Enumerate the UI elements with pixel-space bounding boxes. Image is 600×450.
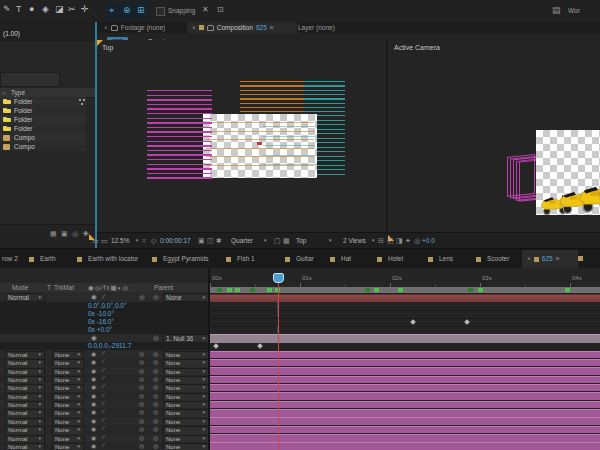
quality-icon[interactable]: ∕ xyxy=(103,417,104,423)
timeline-layer-row[interactable]: Normal▼None▼◉∕◎◎None▼ xyxy=(0,350,208,358)
mode-column-header[interactable]: Mode xyxy=(12,284,28,292)
motion-blur-icon[interactable]: ◎ xyxy=(139,383,144,390)
project-footer-folder-icon[interactable]: ▣ xyxy=(61,230,68,238)
quality-icon[interactable]: ∕ xyxy=(103,367,104,373)
share-view-icon[interactable]: ⊟ xyxy=(378,237,384,245)
timeline-layer-row[interactable]: Normal▼ ◉ ∕ ◎ ◎ None▼ xyxy=(0,292,208,302)
lock-icon[interactable] xyxy=(111,25,118,31)
timeline-layer-row[interactable]: Normal▼None▼◉∕◎◎None▼ xyxy=(0,375,208,383)
quality-icon[interactable]: ∕ xyxy=(103,434,104,440)
3d-layer-icon[interactable]: ◎ xyxy=(153,442,158,449)
tab-layer-label[interactable]: Layer (none) xyxy=(298,24,335,32)
layer-bar-magenta[interactable] xyxy=(210,401,600,409)
eraser-tool-icon[interactable]: ◪ xyxy=(55,4,64,14)
workspace-label[interactable]: Wor xyxy=(568,7,580,15)
motion-blur-icon[interactable]: ◎ xyxy=(139,442,144,449)
motion-blur-icon[interactable]: ◎ xyxy=(139,350,144,357)
tab-comp-lens[interactable]: Lens xyxy=(439,255,453,262)
tab-composition[interactable]: × Composition 625 ≡ xyxy=(187,22,297,33)
3d-layer-icon[interactable]: ◎ xyxy=(153,392,158,399)
transparency-grid-icon[interactable]: ▩ xyxy=(283,237,290,245)
eye-icon[interactable]: ◉ xyxy=(91,358,96,365)
flowchart-icon[interactable] xyxy=(79,99,81,101)
timeline-layer-row[interactable]: Normal▼None▼◉∕◎◎None▼ xyxy=(0,425,208,433)
type-column-header[interactable]: Type xyxy=(11,89,25,97)
eye-icon[interactable]: ◉ xyxy=(91,334,97,342)
layer-bar-magenta[interactable] xyxy=(210,351,600,359)
close-icon[interactable]: × xyxy=(104,24,108,32)
motion-blur-icon[interactable]: ◎ xyxy=(139,293,145,301)
layer-bar-magenta[interactable] xyxy=(210,442,600,450)
timeline-layer-row[interactable]: Normal▼None▼◉∕◎◎None▼ xyxy=(0,400,208,408)
project-search-field[interactable] xyxy=(0,72,60,87)
eye-icon[interactable]: ◉ xyxy=(91,350,96,357)
eye-icon[interactable]: ◉ xyxy=(91,383,96,390)
project-footer-comp-icon[interactable]: ◎ xyxy=(72,230,78,238)
playhead-line[interactable] xyxy=(278,283,279,450)
ruler-icon[interactable]: ⌗ xyxy=(142,237,146,245)
quality-icon[interactable]: ∕ xyxy=(103,293,104,301)
timeline-layer-row[interactable]: Normal▼None▼◉∕◎◎None▼ xyxy=(0,358,208,366)
text-tool-icon[interactable]: T xyxy=(16,4,22,14)
tab-comp-guitar[interactable]: Guitar xyxy=(296,255,314,262)
eye-icon[interactable]: ◉ xyxy=(91,293,97,301)
timeline-layer-row[interactable]: Normal▼None▼◉∕◎◎None▼ xyxy=(0,442,208,450)
position-value[interactable]: 0.0,0.0,-2911.7 xyxy=(88,342,131,350)
timeline-position-row[interactable]: 0.0,0.0,-2911.7 xyxy=(0,342,208,350)
local-axis-mode-icon[interactable]: ⌖ xyxy=(109,5,114,16)
parent-dropdown[interactable]: None▼ xyxy=(163,293,209,302)
motion-blur-icon[interactable]: ◎ xyxy=(139,400,144,407)
view-axis-mode-icon[interactable]: ⊞ xyxy=(137,5,145,15)
3d-layer-icon[interactable]: ◎ xyxy=(153,367,158,374)
tab-active-comp[interactable]: × 625 ≡ xyxy=(522,250,578,268)
layer-bar-magenta[interactable] xyxy=(210,417,600,425)
switches-column-header[interactable]: ◉◎∕fx▦◐◎ xyxy=(88,284,129,292)
workspace-icon[interactable]: ▤ xyxy=(552,5,561,16)
eye-icon[interactable]: ◉ xyxy=(91,367,96,374)
timeline-layer-row[interactable]: Normal▼None▼◉∕◎◎None▼ xyxy=(0,408,208,416)
timeline-track-area[interactable]: 00s01s02s03s04s III xyxy=(210,268,600,450)
timeline-layer-row[interactable]: Normal▼None▼◉∕◎◎None▼ xyxy=(0,383,208,391)
3d-layer-icon[interactable]: ◎ xyxy=(153,375,158,382)
project-row[interactable]: Folder xyxy=(0,115,86,124)
motion-blur-icon[interactable]: ◎ xyxy=(139,417,144,424)
timeline-camera-row[interactable]: ◉ ◎ 1. Null 36▼ xyxy=(0,334,208,342)
project-row[interactable]: Folder xyxy=(0,106,86,115)
3d-layer-icon[interactable]: ◎ xyxy=(153,350,158,357)
always-preview-icon[interactable]: ▭ xyxy=(92,237,99,245)
3d-layer-icon[interactable]: ◎ xyxy=(153,334,159,342)
quality-icon[interactable]: ∕ xyxy=(103,383,104,389)
tab-comp-row-2[interactable]: row 2 xyxy=(2,255,18,262)
3d-layer-icon[interactable]: ◎ xyxy=(153,400,158,407)
project-footer-interpret-icon[interactable]: ▦ xyxy=(50,230,57,238)
eye-icon[interactable]: ◉ xyxy=(91,425,96,432)
tab-comp-earth[interactable]: Earth xyxy=(40,255,56,262)
tab-comp-earth-with-locator[interactable]: Earth with locator xyxy=(88,255,138,262)
property-value[interactable]: 0x -16.0° xyxy=(88,318,114,325)
motion-blur-icon[interactable]: ◎ xyxy=(139,375,144,382)
snapping-checkbox[interactable] xyxy=(156,7,165,16)
quality-icon[interactable]: ∕ xyxy=(103,400,104,406)
project-row[interactable]: Folder xyxy=(0,124,86,133)
quality-icon[interactable]: ∕ xyxy=(103,442,104,448)
eye-icon[interactable]: ◉ xyxy=(91,408,96,415)
3d-layer-icon[interactable]: ◎ xyxy=(153,293,159,301)
tab-comp-scooter[interactable]: Scooter xyxy=(487,255,509,262)
project-row[interactable]: Compo xyxy=(0,133,86,142)
parent-dropdown[interactable]: None▼ xyxy=(163,443,209,450)
roto-brush-tool-icon[interactable]: ✂ xyxy=(68,4,76,14)
tab-active-comp-label[interactable]: 625 xyxy=(542,255,553,263)
pen-tool-icon[interactable]: ✎ xyxy=(3,4,11,14)
quality-icon[interactable]: ∕ xyxy=(103,375,104,381)
property-value[interactable]: 0x -10.0° xyxy=(88,310,114,317)
blend-mode-dropdown[interactable]: Normal▼ xyxy=(5,443,45,450)
motion-blur-icon[interactable]: ◎ xyxy=(139,358,144,365)
tab-footage[interactable]: × Footage (none) xyxy=(99,22,193,33)
layer-bar-magenta[interactable] xyxy=(210,409,600,417)
timeline-layer-row[interactable]: Normal▼None▼◉∕◎◎None▼ xyxy=(0,417,208,425)
main-view-icon[interactable]: ▭ xyxy=(101,237,108,245)
3d-layer-icon[interactable]: ◎ xyxy=(153,358,158,365)
snapshot-icon[interactable]: ▣ xyxy=(198,237,205,245)
clone-stamp-tool-icon[interactable]: ◈ xyxy=(42,4,49,14)
property-value[interactable]: 0.0°,0.0°,0.0° xyxy=(88,302,127,309)
